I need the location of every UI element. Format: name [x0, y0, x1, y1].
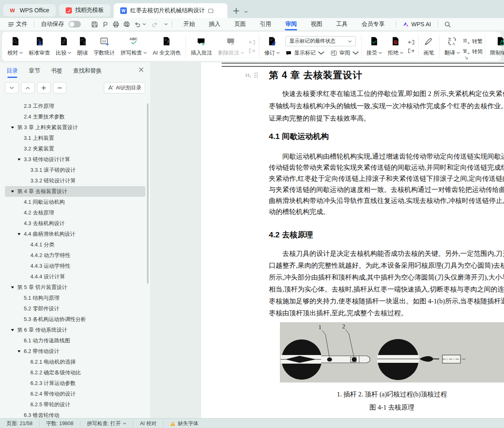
toc-item[interactable]: 4.4 曲柄滑块机构设计: [5, 229, 145, 239]
track-changes-button[interactable]: 修订: [261, 33, 283, 59]
word-count-indicator[interactable]: 字数: 19808: [45, 420, 74, 427]
ai-proofread-indicator[interactable]: AI 校对: [139, 420, 157, 427]
autosave-control[interactable]: 自动保存: [39, 20, 83, 28]
toc-item[interactable]: 2.3 工作原理: [5, 101, 145, 112]
toc-item[interactable]: 6.1 动力传递路线图: [5, 335, 145, 346]
toc-item[interactable]: 6.2.2 确定各级传动比: [5, 367, 145, 378]
compare-button[interactable]: 比较: [53, 33, 74, 59]
toc-item[interactable]: 4.3 去核机构设计: [5, 218, 145, 229]
markup-state-dropdown[interactable]: 显示标记的最终状态: [285, 36, 356, 46]
ai-recognize-toc-button[interactable]: AI识别目录: [104, 82, 145, 93]
toc-expand-all-button[interactable]: [5, 82, 18, 93]
spellcheck-indicator[interactable]: 拼写检查: 打开: [86, 420, 127, 427]
toc-item[interactable]: 4.4.3 运动学特性: [5, 261, 145, 271]
previous-comment-icon[interactable]: [249, 40, 255, 45]
toc-item[interactable]: 第 3 章 上料夹紧装置设计: [5, 122, 145, 133]
to-simplified-button[interactable]: 繁 转简: [463, 48, 483, 55]
sidebar-tab-bookmarks[interactable]: 书签: [51, 66, 62, 76]
translate-button[interactable]: 文A 翻译: [442, 33, 463, 59]
wps-ai-button[interactable]: WPS AI: [400, 21, 433, 27]
new-tab-icon[interactable]: [233, 8, 239, 14]
drag-handle-icon[interactable]: [254, 72, 258, 78]
wps-office-tab[interactable]: W WPS Office: [3, 4, 56, 16]
undo-button[interactable]: [132, 19, 142, 29]
export-pdf-button[interactable]: [100, 19, 110, 29]
toc-item[interactable]: 3.3 链传动设计计算: [5, 154, 145, 165]
tab-close-icon[interactable]: [217, 9, 221, 13]
search-icon[interactable]: [442, 19, 453, 29]
toc-item[interactable]: 4.1 间歇运动机构: [5, 197, 145, 207]
to-traditional-button[interactable]: 简 转繁: [463, 38, 483, 45]
sidebar-tab-find-replace[interactable]: 查找和替换: [73, 66, 102, 76]
delete-comment-button[interactable]: 删除批注: [215, 33, 247, 59]
toc-item[interactable]: 2.4 主要技术参数: [5, 112, 145, 122]
quickbar-more-icon[interactable]: [164, 23, 168, 25]
figure-4-1-image[interactable]: 1 2: [280, 322, 504, 382]
toc-item[interactable]: 第 6 章 传动系统设计: [5, 325, 145, 335]
ink-pen-button[interactable]: 画笔: [421, 33, 437, 59]
proofread-button[interactable]: 校对: [5, 33, 26, 59]
sidebar-tab-sections[interactable]: 章节: [29, 66, 40, 76]
document-tab[interactable]: W 红枣去核切片机机械结构设计: [114, 3, 227, 18]
collapse-arrow-icon[interactable]: [11, 328, 14, 332]
heading-level-badge[interactable]: H₁: [245, 72, 258, 78]
toc-item[interactable]: 6.2.3 计算运动参数: [5, 378, 145, 389]
collapse-arrow-icon[interactable]: [17, 232, 21, 236]
tab-review[interactable]: 审阅: [278, 18, 304, 30]
toc-zoom-in-button[interactable]: [37, 82, 50, 93]
document-page[interactable]: H₁ 第 4 章 去核装置设计 快速去核要求红枣在输送工位的停歇位置,即如图 2…: [201, 62, 504, 418]
toc-item[interactable]: 3.3.2 链轮设计计算: [5, 175, 145, 186]
file-menu[interactable]: 文件: [6, 20, 30, 28]
collapse-arrow-icon[interactable]: [17, 350, 21, 353]
tab-page[interactable]: 页面: [227, 18, 253, 30]
toc-item[interactable]: 6.2.4 带传动的设计: [5, 389, 145, 399]
tab-window-icon[interactable]: [208, 9, 213, 13]
read-aloud-button[interactable]: 朗读: [74, 33, 91, 59]
toc-item[interactable]: 3.2 夹紧装置: [5, 143, 145, 154]
tab-view[interactable]: 视图: [304, 18, 329, 30]
tab-insert[interactable]: 插入: [202, 18, 227, 30]
toc-item[interactable]: 3.3.1 滚子链的设计: [5, 165, 145, 175]
standard-review-button[interactable]: 标准审查: [26, 33, 53, 59]
undo-history-icon[interactable]: [142, 23, 146, 25]
print-button[interactable]: [110, 19, 121, 29]
toc-item[interactable]: 6.2.1 电动机的选择: [5, 357, 145, 367]
toc-item[interactable]: 6.2.5 带轮的设计: [5, 399, 145, 410]
print-preview-button[interactable]: [121, 19, 132, 29]
toc-zoom-out-button[interactable]: [53, 82, 66, 93]
toc-item[interactable]: 5.3 各机构运动协调性分析: [5, 314, 145, 325]
toc-item[interactable]: 4.4.4 设计计算: [5, 271, 145, 282]
toc-item-selected[interactable]: 第 4 章 去核装置设计: [5, 186, 145, 197]
toc-item[interactable]: 4.4.1 分类: [5, 239, 145, 250]
reject-change-button[interactable]: 拒绝: [385, 33, 406, 59]
toc-item[interactable]: 4.4.2 动力学特性: [5, 250, 145, 261]
save-button[interactable]: [89, 19, 100, 29]
page-indicator[interactable]: 页面: 21/58: [6, 420, 33, 427]
collapse-arrow-icon[interactable]: [17, 158, 21, 161]
sidebar-scrollbar[interactable]: [147, 103, 149, 284]
word-count-button[interactable]: 12 字数统计: [91, 33, 118, 59]
ribbon-expand-icon[interactable]: [464, 56, 468, 60]
collapse-arrow-icon[interactable]: [11, 286, 14, 289]
previous-change-icon[interactable]: [408, 40, 415, 45]
restrict-editing-button[interactable]: 限制编辑: [487, 33, 504, 59]
collapse-arrow-icon[interactable]: [11, 190, 14, 193]
collapse-arrow-icon[interactable]: [11, 126, 14, 129]
tab-reference[interactable]: 引用: [253, 18, 278, 30]
toc-item[interactable]: 5.2 零部件设计: [5, 303, 145, 314]
spell-check-button[interactable]: ABC 拼写检查: [118, 33, 150, 59]
autosave-toggle[interactable]: [69, 21, 81, 27]
toc-item[interactable]: 第 5 章 切片装置设计: [5, 282, 145, 293]
tab-tools[interactable]: 工具: [329, 18, 355, 30]
accept-change-button[interactable]: 接受: [364, 33, 385, 59]
sidebar-close-icon[interactable]: [139, 67, 144, 72]
toc-item[interactable]: 6.2 带传动设计: [5, 346, 145, 357]
sidebar-tab-contents[interactable]: 目录: [7, 66, 18, 76]
next-comment-icon[interactable]: [249, 48, 255, 53]
tab-home[interactable]: 开始: [176, 18, 202, 30]
toc-item[interactable]: 6.3 锥齿轮传动: [5, 410, 145, 418]
tab-list-icon[interactable]: [244, 11, 248, 13]
docer-template-tab[interactable]: 找稻壳模板: [59, 4, 110, 16]
toc-item[interactable]: 5.1 结构与原理: [5, 293, 145, 303]
review-pane-button[interactable]: 审阅: [330, 49, 359, 57]
